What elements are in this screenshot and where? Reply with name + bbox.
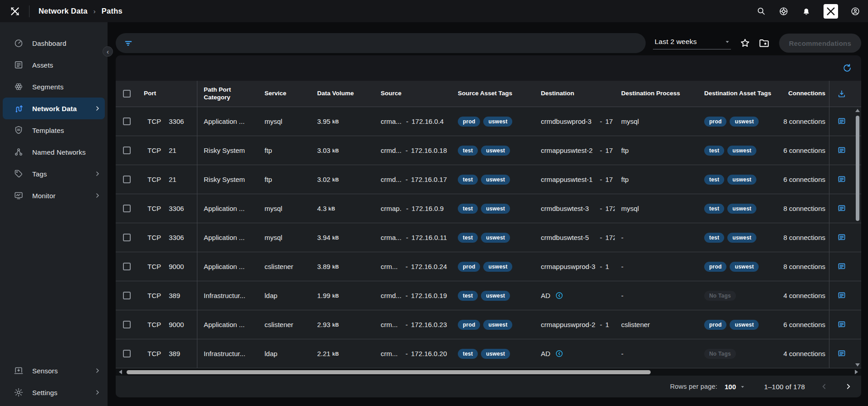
horizontal-scrollbar-track[interactable] <box>125 370 852 374</box>
notifications-bell-icon[interactable] <box>801 6 812 17</box>
select-all-checkbox[interactable] <box>123 90 131 98</box>
assets-icon <box>14 60 24 70</box>
recommendations-button[interactable]: Recommendations <box>779 34 861 53</box>
account-icon[interactable] <box>850 6 861 17</box>
next-page-button[interactable] <box>843 381 854 392</box>
ad-expand-icon[interactable] <box>555 291 564 300</box>
source-name: crmap... <box>381 205 402 212</box>
sidebar-item-label: Named Networks <box>32 148 101 156</box>
destination-name: crmdbuswtest-3 <box>541 205 595 212</box>
path-insights-icon[interactable] <box>837 262 846 271</box>
sidebar-item-settings[interactable]: Settings <box>0 382 108 403</box>
destination-process-cell: - <box>615 263 698 270</box>
connections-cell: 8 connections <box>778 234 829 241</box>
column-header-source[interactable]: Source <box>374 90 451 98</box>
path-insights-icon[interactable] <box>837 175 846 184</box>
breadcrumb-section[interactable]: Network Data <box>39 7 88 15</box>
row-checkbox[interactable] <box>123 321 131 328</box>
sidebar-item-named-networks[interactable]: Named Networks <box>0 141 108 163</box>
sidebar-item-dashboard[interactable]: Dashboard <box>0 32 108 54</box>
scroll-left-arrow-icon[interactable] <box>119 370 122 374</box>
column-header-service[interactable]: Service <box>258 90 311 98</box>
filter-input[interactable] <box>116 33 646 53</box>
row-checkbox[interactable] <box>123 234 131 241</box>
path-insights-icon[interactable] <box>837 233 846 242</box>
row-checkbox[interactable] <box>123 292 131 299</box>
help-icon[interactable] <box>778 6 789 17</box>
sidebar-item-tags[interactable]: Tags <box>0 163 108 185</box>
path-insights-icon[interactable] <box>837 349 846 358</box>
download-icon[interactable] <box>837 89 846 98</box>
date-range-select[interactable]: Last 2 weeks <box>653 37 731 49</box>
path-insights-icon[interactable] <box>837 146 846 155</box>
port-number: 3306 <box>169 234 184 241</box>
date-range-value: Last 2 weeks <box>655 38 716 46</box>
destination-name: crmappuswprod-3 <box>541 263 595 270</box>
destination-name: AD <box>541 292 550 299</box>
ad-expand-icon[interactable] <box>555 349 564 358</box>
source-ip: 172.16.0.19 <box>411 292 447 299</box>
sidebar-collapse-button[interactable]: ‹ <box>103 46 113 57</box>
horizontal-scrollbar-thumb[interactable] <box>127 370 651 374</box>
scroll-down-arrow-icon[interactable] <box>855 363 860 367</box>
sidebar-item-network-data[interactable]: Network Data <box>3 98 105 119</box>
org-logo-badge[interactable] <box>824 4 838 19</box>
row-checkbox[interactable] <box>123 205 131 212</box>
asset-tag-pill: uswest <box>730 262 759 272</box>
sidebar-item-monitor[interactable]: Monitor <box>0 185 108 206</box>
sidebar-item-segments[interactable]: Segments <box>0 76 108 98</box>
asset-tag-pill: test <box>458 204 478 214</box>
row-checkbox[interactable] <box>123 263 131 270</box>
path-port-category-cell: Application ... <box>197 321 258 328</box>
sidebar-item-assets[interactable]: Assets <box>0 54 108 76</box>
column-header-destination[interactable]: Destination <box>535 90 615 98</box>
path-insights-icon[interactable] <box>837 320 846 329</box>
app-logo-icon[interactable] <box>7 5 23 18</box>
service-cell: ftp <box>258 176 311 183</box>
scroll-right-arrow-icon[interactable] <box>855 370 858 374</box>
column-header-connections[interactable]: Connections <box>778 90 829 98</box>
row-checkbox[interactable] <box>123 147 131 154</box>
horizontal-scrollbar[interactable] <box>116 368 861 376</box>
favorite-star-icon[interactable] <box>737 35 753 51</box>
table-row: TCP 21 Risky System ftp 3.02 kB crmd... … <box>116 165 861 194</box>
data-volume-value: 2.21 <box>317 350 330 357</box>
source-ip: 172.16.0.4 <box>412 117 444 125</box>
asset-tag-pill: prod <box>704 262 726 272</box>
column-header-destination-asset-tags[interactable]: Destination Asset Tags <box>698 90 778 98</box>
sidebar-item-sensors[interactable]: Sensors <box>0 360 108 382</box>
row-checkbox[interactable] <box>123 176 131 183</box>
refresh-icon[interactable] <box>841 62 853 74</box>
ip-separator: - <box>600 117 602 125</box>
connections-cell: 6 connections <box>778 176 829 183</box>
column-header-destination-process[interactable]: Destination Process <box>615 90 698 98</box>
connections-cell: 4 connections <box>778 292 829 299</box>
vertical-scrollbar[interactable] <box>855 107 860 368</box>
column-header-data-volume[interactable]: Data Volume <box>311 90 374 98</box>
asset-tag-pill: uswest <box>481 291 510 301</box>
scroll-up-arrow-icon[interactable] <box>855 109 860 112</box>
path-insights-icon[interactable] <box>837 117 846 126</box>
column-header-source-asset-tags[interactable]: Source Asset Tags <box>451 90 535 98</box>
destination-tags-cell: No Tags <box>698 349 778 359</box>
filter-text-field[interactable] <box>138 39 638 47</box>
path-insights-icon[interactable] <box>837 291 846 300</box>
breadcrumb-page: Paths <box>102 7 123 15</box>
column-header-port[interactable]: Port <box>137 81 197 107</box>
column-header-path-port-category[interactable]: Path Port Category <box>197 86 258 102</box>
vertical-scrollbar-thumb[interactable] <box>856 116 859 221</box>
previous-page-button[interactable] <box>819 381 829 392</box>
destination-cell: AD - <box>535 291 615 300</box>
saved-filters-folder-icon[interactable] <box>756 35 772 51</box>
sidebar-item-templates[interactable]: Templates <box>0 119 108 141</box>
rows-per-page-select[interactable]: 100 <box>725 383 745 391</box>
search-icon[interactable] <box>755 6 766 17</box>
row-checkbox[interactable] <box>123 350 131 357</box>
ip-separator: - <box>406 234 408 241</box>
caret-down-icon <box>740 384 745 389</box>
row-checkbox[interactable] <box>123 117 131 125</box>
port-protocol: TCP <box>147 292 161 299</box>
service-cell: cslistener <box>258 321 311 328</box>
port-protocol: TCP <box>147 117 161 125</box>
path-insights-icon[interactable] <box>837 204 846 213</box>
